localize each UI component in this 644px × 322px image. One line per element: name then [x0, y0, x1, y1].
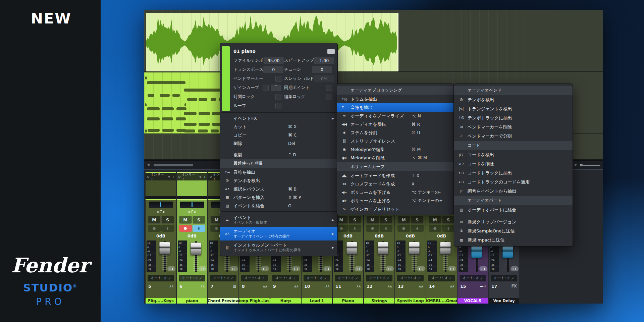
menu-item[interactable]: ♩:ベンドマーカーで分割: [454, 131, 573, 141]
monitor-button[interactable]: ◖: [411, 225, 424, 232]
fader-handle[interactable]: [159, 242, 170, 255]
property-checkbox[interactable]: [275, 76, 281, 82]
menu-item[interactable]: ◢◣オートフェードを作成⇧ X: [337, 171, 453, 180]
channel-name-tab[interactable]: piano: [177, 298, 207, 304]
fader-handle[interactable]: [409, 242, 420, 255]
automation-mode-button[interactable]: オート: オフ: [335, 275, 361, 281]
monitor-button[interactable]: ◖: [380, 225, 392, 232]
automation-mode-button[interactable]: オート: オフ: [179, 275, 205, 281]
monitor-button[interactable]: ◖: [161, 225, 174, 232]
gain-curve-icon[interactable]: ⌒: [271, 85, 281, 91]
channel-mode-icon[interactable]: ❙❙: [292, 266, 300, 271]
menu-item[interactable]: ▦パターンを挿入⇧ ⌘ P: [220, 193, 337, 202]
channel-name-tab[interactable]: Synsth Loop: [395, 298, 426, 304]
menu-item[interactable]: ◀−ボリュームを下げる⌥ テンキーの-: [337, 188, 453, 197]
property-value-field[interactable]: 1.00: [314, 57, 334, 64]
automation-mode-button[interactable]: オート: オフ: [148, 275, 174, 281]
channel-mode-icon[interactable]: ❙❙: [386, 266, 394, 271]
menu-item[interactable]: ☮テンポを検出: [454, 95, 573, 104]
power-icon[interactable]: ⊙: [209, 175, 212, 178]
solo-button[interactable]: S: [380, 216, 392, 224]
menu-item[interactable]: ①新規SampleOneに送信: [454, 226, 573, 235]
solo-button[interactable]: S: [411, 216, 424, 224]
menu-item[interactable]: ↑=音符を抽出: [220, 168, 337, 176]
record-arm-button[interactable]: ●: [179, 225, 192, 232]
automation-mode-button[interactable]: オート: オフ: [210, 275, 236, 281]
record-arm-button[interactable]: ●: [148, 225, 161, 232]
fader-handle[interactable]: [440, 242, 451, 255]
channel-name-tab[interactable]: Chord Preview: [208, 298, 238, 304]
channel-name-tab[interactable]: Lead 1: [302, 298, 332, 304]
fader-handle[interactable]: [346, 242, 357, 255]
mute-button[interactable]: M: [429, 216, 441, 224]
property-value-field[interactable]: 0: [263, 66, 283, 73]
monitor-button[interactable]: ◖: [193, 225, 205, 232]
fader-handle[interactable]: [378, 242, 388, 255]
power-icon[interactable]: ⊙: [147, 175, 150, 178]
channel-mode-icon[interactable]: ❙❙: [448, 266, 456, 271]
fader-handle[interactable]: [502, 245, 513, 258]
menu-item[interactable]: ∥∥ストリップサイレンス: [337, 137, 453, 145]
menu-item[interactable]: ↑◎ドラムを抽出: [337, 95, 453, 103]
monitor-button[interactable]: ◖: [442, 225, 455, 232]
mute-button[interactable]: M: [397, 216, 410, 224]
menu-item[interactable]: |||インストゥルメントパートインストゥルメントパートに特有の操作▶: [220, 240, 337, 254]
property-checkbox[interactable]: [263, 85, 269, 91]
scroll-right-icon[interactable]: ▶: [575, 163, 577, 166]
automation-mode-button[interactable]: オート: オフ: [272, 275, 299, 281]
channel-name-tab[interactable]: Harp: [270, 298, 301, 304]
menu-item[interactable]: |♪調号をイベントから抽出: [454, 186, 573, 196]
menu-item[interactable]: ▦新規Impactに送信: [454, 235, 573, 245]
menu-item[interactable]: ◀+ボリュームを上げる⌥ テンキーの+: [337, 197, 453, 205]
automation-mode-button[interactable]: オート: オフ: [491, 275, 517, 281]
menu-item[interactable]: ⊞新規クリップバージョン: [454, 217, 573, 226]
mute-button[interactable]: M: [366, 216, 379, 224]
scrollbar-thumb[interactable]: [154, 164, 193, 166]
menu-item[interactable]: イベントFX▶: [220, 114, 337, 122]
channel-mode-icon[interactable]: ❙❙: [199, 266, 207, 271]
menu-item[interactable]: ▤オーディオパートに結合: [454, 205, 573, 214]
channel-mode-icon[interactable]: ❙❙: [323, 266, 331, 271]
insert-dropdown-icon[interactable]: ▾: [168, 175, 170, 179]
property-checkbox[interactable]: [275, 103, 281, 109]
menu-item[interactable]: ☮テンポを検出: [220, 176, 337, 185]
property-checkbox[interactable]: [326, 85, 332, 91]
automation-mode-button[interactable]: オート: オフ: [460, 275, 486, 281]
scroll-left-icon[interactable]: ◀: [147, 163, 150, 166]
event-color-swatch[interactable]: [327, 49, 335, 54]
solo-button[interactable]: S: [348, 216, 361, 224]
channel-name-tab[interactable]: Strings: [364, 298, 394, 304]
automation-mode-button[interactable]: オート: オフ: [304, 275, 330, 281]
property-checkbox[interactable]: [326, 94, 332, 100]
menu-item[interactable]: ∧∧オーディオオーディオイベントに特有の操作▶: [220, 227, 337, 240]
property-checkbox[interactable]: [275, 94, 281, 100]
menu-item[interactable]: ◉xMelodyneを削除⌥ ⌘ M: [337, 154, 453, 162]
menu-item[interactable]: |∿|トランジェントを検出: [454, 104, 573, 113]
channel-mode-icon[interactable]: ❙❙: [355, 266, 363, 271]
menu-item[interactable]: ∿ゲインカーブをリセット: [337, 205, 453, 213]
mute-button[interactable]: M: [148, 216, 161, 224]
menu-item[interactable]: ↑F7コードトラックに抽出: [454, 168, 573, 177]
channel-mode-icon[interactable]: ❙❙: [230, 266, 238, 271]
solo-button[interactable]: S: [161, 216, 174, 224]
automation-mode-button[interactable]: オート: オフ: [397, 275, 424, 281]
mute-button[interactable]: M: [179, 216, 192, 224]
menu-item[interactable]: ↑=音符を抽出: [337, 103, 453, 112]
menu-item[interactable]: ↑☮テンポトラックに抽出: [454, 113, 573, 122]
menu-item[interactable]: ≈オーディオをノーマライズ⌥ N: [337, 112, 453, 120]
menu-item[interactable]: コピー⌘ C: [220, 131, 337, 139]
property-value-field[interactable]: 0: [312, 66, 332, 73]
channel-name-tab[interactable]: Vox Delay: [489, 298, 519, 304]
solo-button[interactable]: S: [193, 216, 205, 224]
menu-item[interactable]: ≡イベントイベントの一般操作▶: [220, 213, 337, 227]
add-insert-button[interactable]: +: [172, 175, 175, 179]
pan-control[interactable]: [180, 202, 204, 208]
channel-mode-icon[interactable]: ❙❙: [511, 266, 519, 271]
channel-name-tab[interactable]: Deep Fligh..lass: [239, 298, 270, 304]
zoom-slider-track[interactable]: [581, 165, 600, 166]
menu-item[interactable]: ◈ステムを分割⌘ U: [337, 128, 453, 137]
solo-button[interactable]: S: [442, 216, 455, 224]
channel-mode-icon[interactable]: ❙❙: [479, 266, 487, 271]
add-insert-button[interactable]: +: [203, 175, 206, 179]
insert-slot-area[interactable]: [146, 180, 176, 196]
